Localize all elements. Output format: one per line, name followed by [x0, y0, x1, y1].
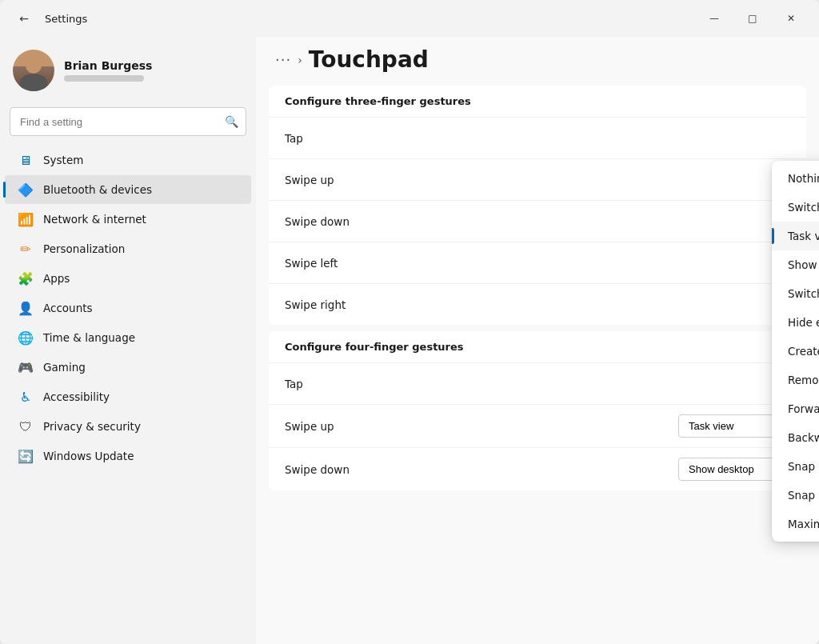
titlebar-left: ← Settings	[13, 7, 87, 30]
dropdown-item-nothing[interactable]: Nothing	[772, 164, 819, 193]
sidebar-item-system[interactable]: 🖥 System	[5, 146, 251, 174]
dropdown-item-switch-desktops[interactable]: Switch desktops	[772, 279, 819, 308]
swipe-left-3-label: Swipe left	[285, 257, 338, 270]
dropdown-item-maximize[interactable]: Maximize a window	[772, 510, 819, 538]
table-row: Swipe up	[269, 158, 806, 200]
sidebar-item-privacy[interactable]: 🛡 Privacy & security	[5, 412, 251, 441]
privacy-icon: 🛡	[18, 418, 34, 434]
main-panel: ··· › Touchpad Configure three-finger ge…	[256, 37, 819, 644]
table-row: Swipe up Task view ▾	[269, 404, 806, 447]
search-input[interactable]	[10, 107, 246, 136]
sidebar-item-gaming[interactable]: 🎮 Gaming	[5, 353, 251, 382]
user-info: Brian Burgess	[64, 59, 152, 82]
dropdown-item-backward-nav[interactable]: Backward navigation	[772, 423, 819, 452]
sidebar-item-update[interactable]: 🔄 Windows Update	[5, 442, 251, 470]
swipe-up-4-label: Swipe up	[285, 420, 334, 433]
sidebar-item-system-label: System	[43, 154, 83, 166]
page-title: Touchpad	[309, 46, 429, 73]
user-name: Brian Burgess	[64, 59, 152, 72]
dropdown-item-hide-everything[interactable]: Hide everything other than the app in fo…	[772, 308, 819, 337]
personalization-icon: ✏️	[18, 241, 34, 257]
network-icon: 📶	[18, 211, 34, 227]
sidebar-item-personalization-label: Personalization	[43, 242, 125, 255]
sidebar-item-bluetooth[interactable]: 🔷 Bluetooth & devices	[5, 175, 251, 204]
panel-header: ··· › Touchpad	[256, 37, 819, 86]
four-finger-title: Configure four-finger gestures	[269, 331, 806, 362]
user-profile: Brian Burgess	[0, 43, 256, 104]
table-row: Tap	[269, 362, 806, 404]
sidebar-item-gaming-label: Gaming	[43, 361, 86, 374]
sidebar-item-accessibility[interactable]: ♿ Accessibility	[5, 382, 251, 411]
three-finger-card: Configure three-finger gestures Tap Swip…	[269, 86, 806, 325]
sidebar-item-bluetooth-label: Bluetooth & devices	[43, 183, 152, 196]
gaming-icon: 🎮	[18, 359, 34, 375]
search-icon: 🔍	[225, 115, 238, 128]
system-icon: 🖥	[18, 152, 34, 168]
tap-4-label: Tap	[285, 378, 303, 390]
dropdown-item-forward-nav[interactable]: Forward navigation	[772, 394, 819, 423]
dropdown-item-task-view[interactable]: Task view	[772, 222, 819, 250]
swipe-down-3-label: Swipe down	[285, 215, 350, 228]
table-row: Swipe right	[269, 283, 806, 325]
search-box: 🔍	[10, 107, 246, 136]
dropdown-item-snap-right[interactable]: Snap window to the right	[772, 481, 819, 510]
titlebar-title: Settings	[45, 13, 87, 25]
accounts-icon: 👤	[18, 300, 34, 316]
tap-3-label: Tap	[285, 132, 303, 145]
swipe-up-4-value: Task view	[689, 420, 733, 432]
swipe-down-4-value: Show desktop	[689, 463, 754, 475]
sidebar-item-apps[interactable]: 🧩 Apps	[5, 264, 251, 293]
avatar	[13, 50, 54, 91]
sidebar-item-accessibility-label: Accessibility	[43, 390, 110, 403]
dropdown-item-create-desktop[interactable]: Create desktop	[772, 337, 819, 366]
sidebar-item-time[interactable]: 🌐 Time & language	[5, 323, 251, 352]
dropdown-item-snap-left[interactable]: Snap window to the left	[772, 452, 819, 481]
titlebar-controls: — □ ✕	[696, 6, 809, 31]
dropdown-item-switch-apps[interactable]: Switch apps	[772, 193, 819, 222]
swipe-down-4-label: Swipe down	[285, 463, 350, 476]
sidebar-item-accounts[interactable]: 👤 Accounts	[5, 294, 251, 322]
minimize-button[interactable]: —	[696, 6, 733, 31]
table-row: Swipe left	[269, 242, 806, 283]
time-icon: 🌐	[18, 330, 34, 346]
swipe-right-3-label: Swipe right	[285, 298, 346, 311]
main-content: Brian Burgess 🔍 🖥 System 🔷 Bluetooth & d…	[0, 37, 819, 644]
maximize-button[interactable]: □	[734, 6, 771, 31]
settings-window: ← Settings — □ ✕ Brian Burgess 🔍	[0, 0, 819, 644]
back-button[interactable]: ←	[13, 7, 35, 30]
sidebar-item-network[interactable]: 📶 Network & internet	[5, 205, 251, 234]
update-icon: 🔄	[18, 448, 34, 464]
sidebar-item-personalization[interactable]: ✏️ Personalization	[5, 234, 251, 263]
bluetooth-icon: 🔷	[18, 182, 34, 198]
close-button[interactable]: ✕	[773, 6, 809, 31]
dropdown-menu: Nothing Switch apps Task view Show deskt…	[772, 161, 819, 542]
table-row: Tap	[269, 117, 806, 158]
apps-icon: 🧩	[18, 270, 34, 286]
sidebar: Brian Burgess 🔍 🖥 System 🔷 Bluetooth & d…	[0, 37, 256, 644]
table-row: Swipe down Show desktop ▾	[269, 447, 806, 490]
sidebar-item-time-label: Time & language	[43, 331, 135, 344]
breadcrumb-dots: ···	[275, 51, 291, 68]
sidebar-item-accounts-label: Accounts	[43, 302, 93, 314]
three-finger-title: Configure three-finger gestures	[269, 86, 806, 117]
dropdown-item-remove-desktop[interactable]: Remove desktop	[772, 366, 819, 394]
user-subtitle	[64, 75, 144, 82]
breadcrumb-arrow: ›	[298, 54, 302, 66]
sidebar-item-update-label: Windows Update	[43, 450, 134, 462]
swipe-up-3-label: Swipe up	[285, 174, 334, 186]
sidebar-item-privacy-label: Privacy & security	[43, 420, 141, 433]
sidebar-item-apps-label: Apps	[43, 272, 70, 285]
dropdown-item-show-desktop[interactable]: Show desktop	[772, 250, 819, 279]
sidebar-item-network-label: Network & internet	[43, 213, 146, 226]
accessibility-icon: ♿	[18, 389, 34, 405]
four-finger-card: Configure four-finger gestures Tap Swipe…	[269, 331, 806, 490]
titlebar: ← Settings — □ ✕	[0, 0, 819, 37]
table-row: Swipe down	[269, 200, 806, 242]
